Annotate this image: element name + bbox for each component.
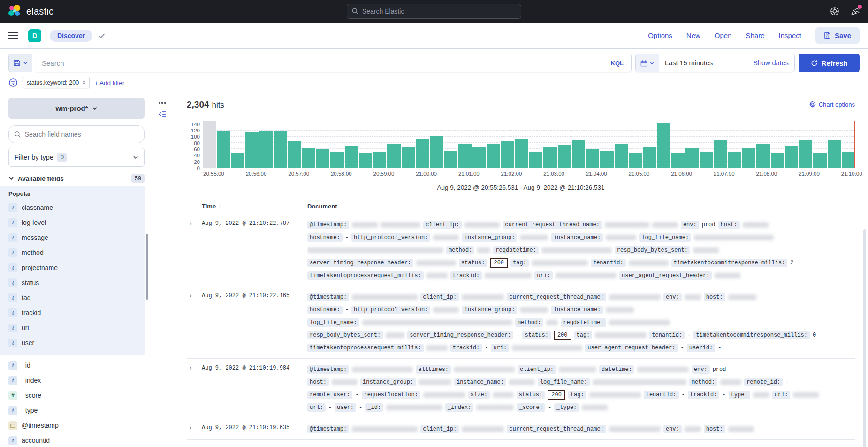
field-badge[interactable]: tag:: [510, 259, 529, 267]
field-badge[interactable]: log_file_name:: [307, 318, 359, 327]
field-badge[interactable]: url:: [307, 403, 326, 412]
save-button[interactable]: Save: [815, 27, 860, 44]
field-badge[interactable]: log_file_name:: [639, 233, 691, 242]
field-badge[interactable]: host:: [704, 293, 725, 301]
field-item-@timestamp[interactable]: @timestamp: [8, 418, 145, 433]
field-item-log-level[interactable]: tlog-level: [8, 215, 145, 230]
field-badge[interactable]: datetime:: [599, 365, 634, 374]
field-badge[interactable]: trackid:: [450, 344, 482, 352]
field-badge[interactable]: host:: [718, 221, 740, 229]
field-badge[interactable]: instance_group:: [462, 306, 517, 314]
field-badge[interactable]: status:: [517, 391, 545, 399]
field-badge[interactable]: requestlocation:: [362, 391, 420, 399]
field-badge[interactable]: hostname:: [307, 306, 343, 314]
field-item-accountid[interactable]: taccountid: [8, 433, 145, 447]
field-badge[interactable]: host:: [307, 378, 329, 386]
field-badge[interactable]: method:: [515, 318, 543, 327]
refresh-button[interactable]: Refresh: [799, 54, 860, 72]
field-search[interactable]: [8, 125, 145, 143]
field-badge[interactable]: alltimes:: [416, 365, 451, 374]
show-dates-button[interactable]: Show dates: [753, 59, 794, 67]
kql-search-bar[interactable]: KQL: [36, 54, 632, 72]
field-badge[interactable]: @timestamp:: [307, 365, 349, 374]
field-badge[interactable]: current_request_thread_name:: [507, 293, 606, 301]
expand-row-icon[interactable]: ›: [190, 363, 202, 414]
field-badge[interactable]: timetakentoprocessrequest_millis:: [307, 344, 424, 352]
filter-menu-icon[interactable]: [8, 78, 18, 87]
field-badge[interactable]: tenantid:: [644, 391, 679, 399]
field-badge[interactable]: env:: [663, 425, 682, 433]
field-badge[interactable]: resp_body_bytes_sent:: [307, 331, 383, 339]
column-time[interactable]: Time ↓: [202, 203, 307, 210]
field-item-projectname[interactable]: tprojectname: [8, 260, 145, 275]
field-badge[interactable]: method:: [689, 378, 717, 386]
field-badge[interactable]: user:: [335, 403, 356, 412]
chart-plot-area[interactable]: [203, 121, 855, 168]
kql-language-button[interactable]: KQL: [609, 60, 625, 67]
field-item-method[interactable]: tmethod: [8, 245, 145, 260]
field-item-trackid[interactable]: ttrackid: [8, 305, 145, 320]
table-scrollbar[interactable]: [863, 229, 866, 447]
field-badge[interactable]: client_ip:: [420, 293, 459, 301]
field-badge[interactable]: userid:: [687, 344, 715, 352]
time-range-value[interactable]: Last 15 minutes: [659, 59, 753, 67]
expand-row-icon[interactable]: ›: [190, 423, 202, 435]
field-search-input[interactable]: [25, 131, 138, 138]
nav-link-open[interactable]: Open: [715, 31, 732, 39]
field-badge[interactable]: uri:: [772, 391, 791, 399]
field-badge[interactable]: tenantid:: [649, 331, 685, 339]
nav-link-new[interactable]: New: [686, 31, 700, 39]
field-badge[interactable]: _type:: [554, 403, 579, 412]
field-badge[interactable]: env:: [681, 221, 699, 229]
kql-search-input[interactable]: [42, 59, 609, 67]
newsfeed-icon[interactable]: [850, 6, 860, 16]
field-badge[interactable]: env:: [663, 293, 682, 301]
field-badge[interactable]: current_request_thread_name:: [503, 221, 602, 229]
field-badge[interactable]: _index:: [445, 403, 473, 412]
field-badge[interactable]: timetakentocommitresponse_millis:: [671, 259, 788, 267]
field-badge[interactable]: instance_group:: [462, 233, 517, 242]
field-badge[interactable]: user_agent_request_header:: [619, 271, 712, 280]
field-item-_index[interactable]: t_index: [8, 373, 145, 388]
global-search-input[interactable]: [362, 8, 516, 15]
field-badge[interactable]: remote_user:: [307, 391, 352, 399]
field-badge[interactable]: env:: [692, 365, 710, 374]
field-badge[interactable]: size:: [468, 391, 490, 399]
saved-query-menu-button[interactable]: [8, 54, 32, 72]
filter-by-type-button[interactable]: Filter by type 0: [8, 148, 145, 167]
field-badge[interactable]: status:: [459, 259, 487, 267]
field-badge[interactable]: tag:: [568, 391, 586, 399]
field-badge[interactable]: timetakentocommitresponse_millis:: [693, 331, 810, 339]
nav-link-options[interactable]: Options: [648, 31, 672, 39]
field-badge[interactable]: instance_name:: [551, 306, 603, 314]
breadcrumb-discover[interactable]: Discover: [50, 30, 92, 42]
expand-row-icon[interactable]: ›: [190, 218, 202, 282]
field-badge[interactable]: client_ip:: [518, 365, 556, 374]
elastic-brand[interactable]: elastic: [8, 4, 129, 18]
expand-row-icon[interactable]: ›: [190, 291, 202, 354]
field-badge[interactable]: host:: [704, 425, 725, 433]
nav-link-share[interactable]: Share: [746, 31, 765, 39]
sidebar-scrollbar[interactable]: [146, 234, 148, 300]
field-badge[interactable]: instance_group:: [360, 378, 416, 386]
field-badge[interactable]: @timestamp:: [307, 425, 349, 433]
field-badge[interactable]: current_request_thread_name:: [507, 425, 606, 433]
field-item-tag[interactable]: ttag: [8, 290, 145, 305]
data-view-picker[interactable]: wm-prod*: [8, 98, 145, 119]
field-badge[interactable]: server_timing_response_header:: [407, 331, 513, 339]
field-badge[interactable]: hostname:: [307, 233, 343, 242]
field-badge[interactable]: trackid:: [688, 391, 720, 399]
field-badge[interactable]: trackid:: [450, 271, 482, 280]
global-search[interactable]: [347, 4, 521, 19]
filter-pill-status-keyword[interactable]: status.keyword: 200 ×: [23, 77, 90, 88]
field-badge[interactable]: @timestamp:: [307, 221, 349, 229]
discover-app-badge[interactable]: D: [28, 29, 41, 42]
field-badge[interactable]: method:: [446, 246, 474, 254]
field-badge[interactable]: http_protocol_version:: [351, 306, 430, 314]
field-badge[interactable]: instance_name:: [454, 378, 506, 386]
field-badge[interactable]: resp_body_bytes_sent:: [615, 246, 690, 254]
field-badge[interactable]: type:: [729, 391, 750, 399]
collapse-sidebar-icon[interactable]: [158, 111, 167, 117]
field-badge[interactable]: server_timing_response_header:: [307, 259, 413, 267]
help-icon[interactable]: [830, 6, 840, 16]
